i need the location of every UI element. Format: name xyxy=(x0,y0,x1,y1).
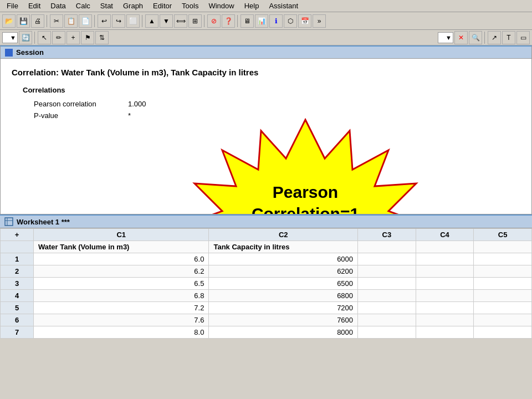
up-button[interactable]: ▲ xyxy=(145,14,158,28)
menu-assistant[interactable]: Assistant xyxy=(264,1,303,11)
cell-c2[interactable]: 8000 xyxy=(209,326,358,339)
window-button[interactable]: ⬜ xyxy=(126,14,140,28)
menu-editor[interactable]: Editor xyxy=(149,1,176,11)
table-row[interactable]: 6 7.6 7600 xyxy=(1,314,532,326)
worksheet-panel: Worksheet 1 *** + C1 C2 C3 C4 C5 Water T… xyxy=(0,214,532,339)
table-row[interactable]: 2 6.2 6200 xyxy=(1,265,532,278)
cell-c3[interactable] xyxy=(358,253,416,265)
col-name-c3 xyxy=(358,241,416,253)
cell-c3[interactable] xyxy=(358,278,416,290)
cell-c4[interactable] xyxy=(416,290,474,302)
row-num: 1 xyxy=(1,253,34,265)
cell-c4[interactable] xyxy=(416,326,474,339)
cell-c5[interactable] xyxy=(474,265,532,278)
table-row[interactable]: 4 6.8 6800 xyxy=(1,290,532,302)
new-button[interactable]: 🖥 xyxy=(241,14,254,28)
cell-c3[interactable] xyxy=(358,290,416,302)
cell-c5[interactable] xyxy=(474,326,532,339)
redo-button[interactable]: ↪ xyxy=(112,14,125,28)
cell-c5[interactable] xyxy=(474,278,532,290)
refresh-button[interactable]: 🔄 xyxy=(19,31,32,44)
cell-c1[interactable]: 6.0 xyxy=(34,253,209,265)
menu-graph[interactable]: Graph xyxy=(119,1,147,11)
cell-c2[interactable]: 6800 xyxy=(209,290,358,302)
worksheet-table: + C1 C2 C3 C4 C5 Water Tank (Volume in m… xyxy=(0,228,532,339)
cell-c3[interactable] xyxy=(358,302,416,314)
cell-c1[interactable]: 8.0 xyxy=(34,326,209,339)
undo-button[interactable]: ↩ xyxy=(98,14,111,28)
cell-c5[interactable] xyxy=(474,253,532,265)
copy-button[interactable]: 📋 xyxy=(64,14,78,28)
table-row[interactable]: 7 8.0 8000 xyxy=(1,326,532,339)
cut-button[interactable]: ✂ xyxy=(50,14,63,28)
help-button[interactable]: ❓ xyxy=(222,14,235,28)
menu-help[interactable]: Help xyxy=(240,1,264,11)
correlations-label: Correlations xyxy=(23,86,520,94)
table-row[interactable]: 1 6.0 6000 xyxy=(1,253,532,265)
cell-c2[interactable]: 7200 xyxy=(209,302,358,314)
cell-c2[interactable]: 7600 xyxy=(209,314,358,326)
move-button[interactable]: ⟺ xyxy=(174,14,187,28)
cell-c4[interactable] xyxy=(416,253,474,265)
print-button[interactable]: 🖨 xyxy=(31,14,44,28)
menu-file[interactable]: File xyxy=(2,1,23,11)
dropdown2[interactable]: ▼ xyxy=(438,32,453,43)
cell-c3[interactable] xyxy=(358,265,416,278)
flag-button[interactable]: ⚑ xyxy=(81,31,94,44)
cell-c4[interactable] xyxy=(416,302,474,314)
cell-c1[interactable]: 6.5 xyxy=(34,278,209,290)
cell-c2[interactable]: 6500 xyxy=(209,278,358,290)
cell-c1[interactable]: 6.2 xyxy=(34,265,209,278)
plus-button[interactable]: + xyxy=(66,31,80,44)
copy2-button[interactable]: ⊞ xyxy=(188,14,202,28)
cell-c3[interactable] xyxy=(358,314,416,326)
menu-tools[interactable]: Tools xyxy=(177,1,203,11)
search-button[interactable]: 🔍 xyxy=(469,31,482,44)
worksheet-table-wrap[interactable]: + C1 C2 C3 C4 C5 Water Tank (Volume in m… xyxy=(0,228,532,339)
arrow-button[interactable]: ↗ xyxy=(488,31,501,44)
cursor-button[interactable]: ↖ xyxy=(38,31,51,44)
cell-c2[interactable]: 6200 xyxy=(209,265,358,278)
menu-edit[interactable]: Edit xyxy=(24,1,45,11)
more-button[interactable]: » xyxy=(313,14,326,28)
open-button[interactable]: 📂 xyxy=(2,14,16,28)
dropdown1[interactable]: ▼ xyxy=(2,32,18,43)
cell-c5[interactable] xyxy=(474,314,532,326)
menu-stat[interactable]: Stat xyxy=(96,1,117,11)
session-panel: Session Correlation: Water Tank (Volume … xyxy=(0,45,532,214)
col-header-c5: C5 xyxy=(474,229,532,241)
ws-button[interactable]: 📊 xyxy=(255,14,268,28)
text-button[interactable]: T xyxy=(502,31,515,44)
delete-col-button[interactable]: ✕ xyxy=(454,31,468,44)
rect-button[interactable]: ▭ xyxy=(516,31,530,44)
row-num: 5 xyxy=(1,302,34,314)
cell-c4[interactable] xyxy=(416,314,474,326)
cell-c4[interactable] xyxy=(416,265,474,278)
cell-c2[interactable]: 6000 xyxy=(209,253,358,265)
cell-c1[interactable]: 7.2 xyxy=(34,302,209,314)
cell-c1[interactable]: 6.8 xyxy=(34,290,209,302)
menu-data[interactable]: Data xyxy=(46,1,70,11)
svg-rect-0 xyxy=(5,218,13,226)
cell-c5[interactable] xyxy=(474,302,532,314)
table-row[interactable]: 5 7.2 7200 xyxy=(1,302,532,314)
stop-button[interactable]: ⊘ xyxy=(207,14,221,28)
menu-calc[interactable]: Calc xyxy=(71,1,95,11)
cal-button[interactable]: 📅 xyxy=(298,14,311,28)
save-button[interactable]: 💾 xyxy=(17,14,30,28)
pencil-button[interactable]: ✏ xyxy=(52,31,65,44)
nav-button[interactable]: ⬡ xyxy=(284,14,297,28)
paste-button[interactable]: 📄 xyxy=(79,14,92,28)
cell-c4[interactable] xyxy=(416,278,474,290)
plus-header[interactable]: + xyxy=(1,229,34,241)
cell-c3[interactable] xyxy=(358,326,416,339)
starburst-text: Pearson Correlation=1 xyxy=(252,181,359,214)
sort-button[interactable]: ⇅ xyxy=(95,31,109,44)
down-button[interactable]: ▼ xyxy=(160,14,173,28)
menu-window[interactable]: Window xyxy=(204,1,238,11)
cell-c5[interactable] xyxy=(474,290,532,302)
cell-c1[interactable]: 7.6 xyxy=(34,314,209,326)
info-button[interactable]: ℹ xyxy=(269,14,283,28)
col-header-c1: C1 xyxy=(34,229,209,241)
table-row[interactable]: 3 6.5 6500 xyxy=(1,278,532,290)
